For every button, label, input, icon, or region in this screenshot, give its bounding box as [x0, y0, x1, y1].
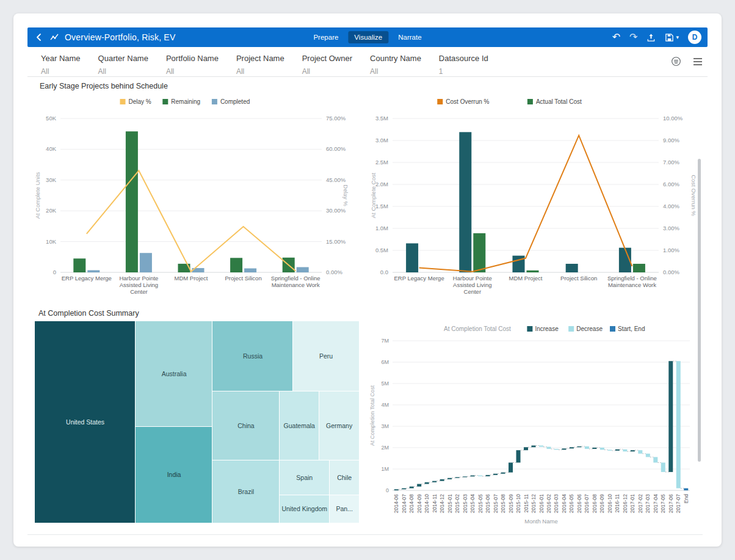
filter-datasource-id[interactable]: Datasource Id1: [439, 54, 488, 76]
treemap-tile-chile[interactable]: Chile: [330, 460, 359, 495]
completion-cost-treemap[interactable]: United StatesAustraliaIndiaRussiaPeruChi…: [35, 321, 359, 523]
waterfall-bar[interactable]: [668, 361, 673, 472]
filter-portfolio-name[interactable]: Portfolio NameAll: [166, 54, 219, 76]
waterfall-bar[interactable]: [432, 481, 436, 482]
treemap-label: India: [167, 471, 181, 478]
vertical-scrollbar[interactable]: [698, 159, 701, 462]
save-button[interactable]: ▾: [665, 33, 679, 42]
waterfall-bar[interactable]: [417, 484, 421, 487]
svg-text:2014-06: 2014-06: [393, 494, 399, 513]
waterfall-bar[interactable]: [615, 449, 620, 451]
waterfall-bar[interactable]: [455, 477, 460, 478]
bar[interactable]: [73, 258, 85, 272]
treemap-tile-brazil[interactable]: Brazil: [212, 460, 280, 523]
delay-remaining-completed-chart[interactable]: Delay %RemainingCompleted010K20K30K40K50…: [32, 93, 349, 297]
bar[interactable]: [566, 264, 578, 272]
avatar[interactable]: D: [688, 31, 701, 44]
waterfall-bar[interactable]: [646, 454, 650, 457]
waterfall-bar[interactable]: [447, 478, 452, 479]
svg-text:2014-09: 2014-09: [416, 494, 422, 513]
export-icon[interactable]: [646, 33, 656, 42]
bar[interactable]: [406, 243, 418, 272]
waterfall-bar[interactable]: [410, 487, 414, 489]
back-button[interactable]: [34, 32, 44, 43]
waterfall-bar[interactable]: [631, 450, 635, 451]
treemap-tile-peru[interactable]: Peru: [293, 321, 359, 391]
waterfall-bar[interactable]: [638, 450, 642, 454]
waterfall-bar[interactable]: [562, 448, 566, 449]
treemap-tile-united-kingdom[interactable]: United Kingdom: [280, 495, 330, 523]
waterfall-bar[interactable]: [463, 476, 467, 477]
svg-text:Maintenance Work: Maintenance Work: [608, 282, 656, 288]
waterfall-bar[interactable]: [600, 448, 604, 450]
waterfall-bar[interactable]: [532, 446, 536, 448]
bar[interactable]: [633, 264, 645, 272]
waterfall-bar[interactable]: [684, 489, 688, 491]
waterfall-bar[interactable]: [524, 447, 528, 450]
waterfall-bar[interactable]: [546, 447, 551, 449]
filter-label: Datasource Id: [439, 54, 488, 63]
bar[interactable]: [230, 258, 242, 272]
save-caret-icon[interactable]: ▾: [676, 34, 679, 40]
waterfall-bar[interactable]: [592, 448, 596, 449]
svg-text:2016-06: 2016-06: [576, 494, 582, 513]
waterfall-bar[interactable]: [425, 482, 429, 484]
filter-year-name[interactable]: Year NameAll: [41, 54, 81, 76]
waterfall-bar[interactable]: [471, 476, 475, 477]
tab-visualize[interactable]: Visualize: [348, 31, 388, 43]
treemap-tile-australia[interactable]: Australia: [136, 321, 212, 427]
waterfall-bar[interactable]: [623, 449, 627, 452]
bar[interactable]: [126, 131, 138, 272]
waterfall-bar[interactable]: [501, 473, 505, 474]
completion-cost-waterfall[interactable]: At Completion Total CostIncreaseDecrease…: [368, 319, 697, 526]
treemap-tile-india[interactable]: India: [136, 427, 212, 523]
bar[interactable]: [513, 256, 525, 272]
treemap-tile-guatemala[interactable]: Guatemala: [280, 391, 319, 460]
redo-icon[interactable]: ↷: [629, 32, 637, 42]
waterfall-bar[interactable]: [570, 447, 574, 448]
svg-text:0.00%: 0.00%: [326, 269, 342, 275]
bar[interactable]: [244, 268, 256, 272]
filter-quarter-name[interactable]: Quarter NameAll: [98, 54, 148, 76]
waterfall-bar[interactable]: [607, 450, 612, 451]
line-series[interactable]: [419, 136, 632, 272]
treemap-tile-china[interactable]: China: [212, 391, 280, 460]
line-series[interactable]: [87, 170, 295, 271]
waterfall-bar[interactable]: [554, 449, 559, 449]
svg-text:30K: 30K: [46, 176, 57, 183]
bar[interactable]: [87, 270, 100, 272]
treemap-tile-russia[interactable]: Russia: [212, 321, 293, 391]
waterfall-bar[interactable]: [509, 463, 513, 473]
waterfall-bar[interactable]: [440, 479, 444, 481]
undo-icon[interactable]: ↶: [612, 32, 620, 42]
waterfall-bar[interactable]: [585, 446, 589, 449]
treemap-tile-united-states[interactable]: United States: [35, 321, 136, 523]
bar[interactable]: [473, 233, 485, 272]
bar[interactable]: [459, 132, 471, 272]
waterfall-bar[interactable]: [516, 450, 521, 462]
treemap-tile-germany[interactable]: Germany: [319, 391, 359, 460]
filter-project-name[interactable]: Project NameAll: [236, 54, 284, 76]
filter-bar-settings-icon[interactable]: [671, 56, 681, 67]
canvas-menu-icon[interactable]: [693, 57, 703, 66]
waterfall-bar[interactable]: [486, 475, 490, 476]
waterfall-bar[interactable]: [539, 446, 543, 447]
waterfall-bar[interactable]: [653, 457, 657, 462]
waterfall-bar[interactable]: [493, 474, 498, 475]
waterfall-bar[interactable]: [661, 463, 665, 472]
treemap-tile-spain[interactable]: Spain: [280, 460, 330, 495]
bar[interactable]: [140, 253, 152, 272]
bar[interactable]: [297, 267, 309, 272]
waterfall-bar[interactable]: [577, 446, 581, 447]
waterfall-bar[interactable]: [402, 489, 406, 490]
waterfall-bar[interactable]: [676, 361, 681, 488]
waterfall-bar[interactable]: [478, 476, 482, 476]
waterfall-bar[interactable]: [394, 489, 399, 490]
bar[interactable]: [527, 271, 539, 272]
filter-project-owner[interactable]: Project OwnerAll: [302, 54, 352, 76]
tab-prepare[interactable]: Prepare: [307, 31, 344, 43]
cost-overrun-actual-cost-chart[interactable]: Cost Overrun %Actual Total Cost0.00.5M1.…: [368, 93, 697, 297]
treemap-tile-pan-[interactable]: Pan...: [330, 495, 359, 523]
tab-narrate[interactable]: Narrate: [392, 31, 427, 43]
filter-country-name[interactable]: Country NameAll: [370, 54, 421, 76]
